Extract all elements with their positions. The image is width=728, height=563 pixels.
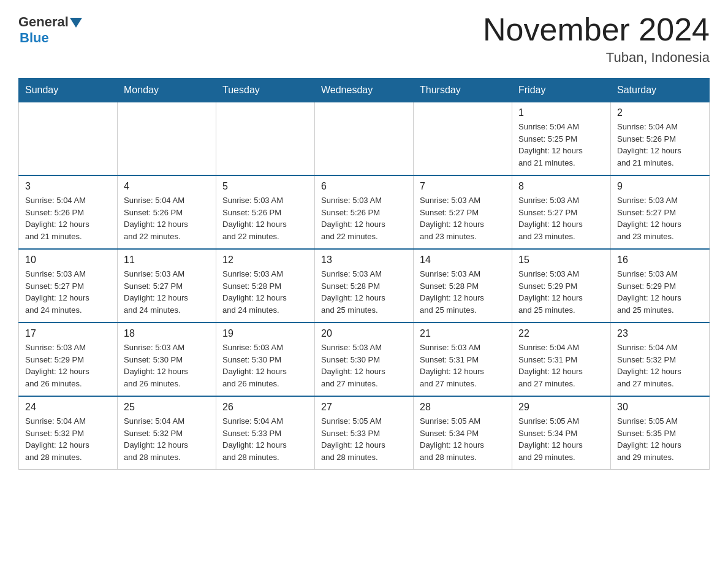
day-number: 14 <box>420 255 506 266</box>
week-row-5: 24Sunrise: 5:04 AMSunset: 5:32 PMDayligh… <box>19 396 710 470</box>
month-title: November 2024 <box>483 12 710 47</box>
day-number: 2 <box>617 107 703 118</box>
weekday-header-friday: Friday <box>512 79 611 102</box>
day-info: Sunrise: 5:04 AMSunset: 5:26 PMDaylight:… <box>25 194 111 242</box>
calendar-cell: 5Sunrise: 5:03 AMSunset: 5:26 PMDaylight… <box>216 175 315 249</box>
day-number: 12 <box>222 255 308 266</box>
calendar-cell: 22Sunrise: 5:04 AMSunset: 5:31 PMDayligh… <box>512 323 611 396</box>
calendar-table: SundayMondayTuesdayWednesdayThursdayFrid… <box>18 78 710 470</box>
day-number: 30 <box>617 402 703 413</box>
day-number: 26 <box>222 402 308 413</box>
day-number: 7 <box>420 181 506 192</box>
day-info: Sunrise: 5:04 AMSunset: 5:32 PMDaylight:… <box>124 415 210 463</box>
weekday-header-wednesday: Wednesday <box>315 79 414 102</box>
location-subtitle: Tuban, Indonesia <box>483 50 710 66</box>
weekday-header-tuesday: Tuesday <box>216 79 315 102</box>
day-info: Sunrise: 5:05 AMSunset: 5:34 PMDaylight:… <box>518 415 604 463</box>
day-info: Sunrise: 5:03 AMSunset: 5:30 PMDaylight:… <box>222 342 308 389</box>
day-number: 5 <box>222 181 308 192</box>
logo: General Blue <box>18 15 82 46</box>
day-info: Sunrise: 5:03 AMSunset: 5:27 PMDaylight:… <box>420 194 506 242</box>
calendar-cell: 4Sunrise: 5:04 AMSunset: 5:26 PMDaylight… <box>118 175 216 249</box>
calendar-cell: 17Sunrise: 5:03 AMSunset: 5:29 PMDayligh… <box>19 323 118 396</box>
day-number: 4 <box>124 181 210 192</box>
calendar-cell: 12Sunrise: 5:03 AMSunset: 5:28 PMDayligh… <box>216 249 315 323</box>
day-number: 3 <box>25 181 111 192</box>
calendar-cell: 18Sunrise: 5:03 AMSunset: 5:30 PMDayligh… <box>118 323 216 396</box>
day-number: 22 <box>518 328 604 339</box>
logo-arrow-icon <box>70 18 82 28</box>
calendar-cell: 8Sunrise: 5:03 AMSunset: 5:27 PMDaylight… <box>512 175 611 249</box>
calendar-cell: 9Sunrise: 5:03 AMSunset: 5:27 PMDaylight… <box>611 175 710 249</box>
day-number: 20 <box>321 328 407 339</box>
weekday-header-thursday: Thursday <box>414 79 512 102</box>
day-info: Sunrise: 5:03 AMSunset: 5:29 PMDaylight:… <box>25 342 111 389</box>
day-info: Sunrise: 5:05 AMSunset: 5:35 PMDaylight:… <box>617 415 703 463</box>
day-number: 18 <box>124 328 210 339</box>
day-info: Sunrise: 5:03 AMSunset: 5:30 PMDaylight:… <box>124 342 210 389</box>
week-row-2: 3Sunrise: 5:04 AMSunset: 5:26 PMDaylight… <box>19 175 710 249</box>
calendar-cell: 10Sunrise: 5:03 AMSunset: 5:27 PMDayligh… <box>19 249 118 323</box>
day-number: 23 <box>617 328 703 339</box>
calendar-cell: 20Sunrise: 5:03 AMSunset: 5:30 PMDayligh… <box>315 323 414 396</box>
logo-blue-text: Blue <box>20 30 49 46</box>
calendar-cell: 23Sunrise: 5:04 AMSunset: 5:32 PMDayligh… <box>611 323 710 396</box>
day-info: Sunrise: 5:03 AMSunset: 5:27 PMDaylight:… <box>124 268 210 316</box>
day-number: 17 <box>25 328 111 339</box>
calendar-cell <box>414 102 512 176</box>
day-number: 8 <box>518 181 604 192</box>
calendar-cell: 13Sunrise: 5:03 AMSunset: 5:28 PMDayligh… <box>315 249 414 323</box>
day-info: Sunrise: 5:04 AMSunset: 5:32 PMDaylight:… <box>25 415 111 463</box>
day-number: 21 <box>420 328 506 339</box>
calendar-cell <box>19 102 118 176</box>
day-info: Sunrise: 5:03 AMSunset: 5:31 PMDaylight:… <box>420 342 506 389</box>
calendar-cell: 16Sunrise: 5:03 AMSunset: 5:29 PMDayligh… <box>611 249 710 323</box>
title-section: November 2024 Tuban, Indonesia <box>483 12 710 66</box>
day-number: 1 <box>518 107 604 118</box>
calendar-cell: 24Sunrise: 5:04 AMSunset: 5:32 PMDayligh… <box>19 396 118 470</box>
day-number: 29 <box>518 402 604 413</box>
day-number: 15 <box>518 255 604 266</box>
day-info: Sunrise: 5:05 AMSunset: 5:34 PMDaylight:… <box>420 415 506 463</box>
day-number: 6 <box>321 181 407 192</box>
day-info: Sunrise: 5:03 AMSunset: 5:27 PMDaylight:… <box>617 194 703 242</box>
day-info: Sunrise: 5:03 AMSunset: 5:28 PMDaylight:… <box>321 268 407 316</box>
calendar-cell: 1Sunrise: 5:04 AMSunset: 5:25 PMDaylight… <box>512 102 611 176</box>
day-number: 24 <box>25 402 111 413</box>
day-number: 27 <box>321 402 407 413</box>
calendar-cell: 29Sunrise: 5:05 AMSunset: 5:34 PMDayligh… <box>512 396 611 470</box>
day-info: Sunrise: 5:04 AMSunset: 5:32 PMDaylight:… <box>617 342 703 389</box>
calendar-cell: 30Sunrise: 5:05 AMSunset: 5:35 PMDayligh… <box>611 396 710 470</box>
calendar-cell: 19Sunrise: 5:03 AMSunset: 5:30 PMDayligh… <box>216 323 315 396</box>
calendar-header-row: SundayMondayTuesdayWednesdayThursdayFrid… <box>19 79 710 102</box>
calendar-cell: 3Sunrise: 5:04 AMSunset: 5:26 PMDaylight… <box>19 175 118 249</box>
calendar-cell <box>118 102 216 176</box>
calendar-cell: 6Sunrise: 5:03 AMSunset: 5:26 PMDaylight… <box>315 175 414 249</box>
day-info: Sunrise: 5:04 AMSunset: 5:33 PMDaylight:… <box>222 415 308 463</box>
week-row-4: 17Sunrise: 5:03 AMSunset: 5:29 PMDayligh… <box>19 323 710 396</box>
calendar-cell: 14Sunrise: 5:03 AMSunset: 5:28 PMDayligh… <box>414 249 512 323</box>
calendar-cell: 27Sunrise: 5:05 AMSunset: 5:33 PMDayligh… <box>315 396 414 470</box>
calendar-cell: 11Sunrise: 5:03 AMSunset: 5:27 PMDayligh… <box>118 249 216 323</box>
calendar-cell: 7Sunrise: 5:03 AMSunset: 5:27 PMDaylight… <box>414 175 512 249</box>
weekday-header-sunday: Sunday <box>19 79 118 102</box>
logo-general-text: General <box>18 15 69 29</box>
day-info: Sunrise: 5:04 AMSunset: 5:26 PMDaylight:… <box>124 194 210 242</box>
day-number: 9 <box>617 181 703 192</box>
day-info: Sunrise: 5:03 AMSunset: 5:28 PMDaylight:… <box>222 268 308 316</box>
day-info: Sunrise: 5:03 AMSunset: 5:29 PMDaylight:… <box>617 268 703 316</box>
day-number: 13 <box>321 255 407 266</box>
week-row-1: 1Sunrise: 5:04 AMSunset: 5:25 PMDaylight… <box>19 102 710 176</box>
day-info: Sunrise: 5:03 AMSunset: 5:29 PMDaylight:… <box>518 268 604 316</box>
day-info: Sunrise: 5:04 AMSunset: 5:26 PMDaylight:… <box>617 121 703 169</box>
calendar-cell: 21Sunrise: 5:03 AMSunset: 5:31 PMDayligh… <box>414 323 512 396</box>
calendar-cell <box>216 102 315 176</box>
day-info: Sunrise: 5:03 AMSunset: 5:27 PMDaylight:… <box>25 268 111 316</box>
day-number: 11 <box>124 255 210 266</box>
day-info: Sunrise: 5:03 AMSunset: 5:26 PMDaylight:… <box>321 194 407 242</box>
calendar-cell: 26Sunrise: 5:04 AMSunset: 5:33 PMDayligh… <box>216 396 315 470</box>
page-header: General Blue November 2024 Tuban, Indone… <box>18 12 710 66</box>
calendar-cell: 2Sunrise: 5:04 AMSunset: 5:26 PMDaylight… <box>611 102 710 176</box>
day-info: Sunrise: 5:03 AMSunset: 5:26 PMDaylight:… <box>222 194 308 242</box>
day-info: Sunrise: 5:04 AMSunset: 5:31 PMDaylight:… <box>518 342 604 389</box>
